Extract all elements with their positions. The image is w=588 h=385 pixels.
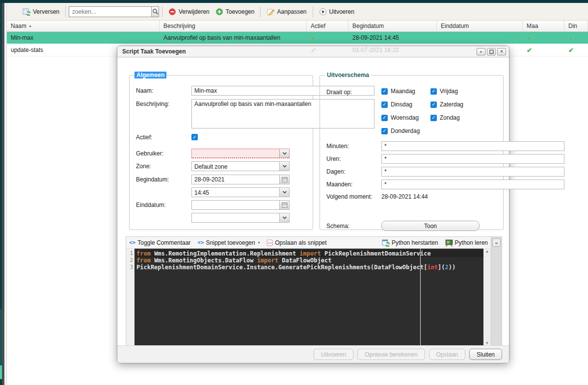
user-combobox[interactable] xyxy=(191,149,290,158)
minutes-field[interactable] xyxy=(381,141,564,151)
restart-python-button[interactable]: Python herstarten xyxy=(382,239,438,247)
day-checkbox-zondag[interactable]: ✓Zondag xyxy=(430,114,463,122)
enddate-input[interactable] xyxy=(192,201,279,209)
runs-on-label: Draait op: xyxy=(326,89,352,96)
endtime-dropdown-button[interactable] xyxy=(279,213,289,222)
pencil-icon xyxy=(267,8,274,16)
hours-label: Uren: xyxy=(326,155,341,162)
toggle-comment-button[interactable]: <> Toggle Commentaar xyxy=(129,239,190,246)
dialog-close-button[interactable]: Sluiten xyxy=(469,349,502,360)
window-collapse-button[interactable]: ▲ xyxy=(477,48,485,55)
python-restart-icon xyxy=(382,239,390,247)
day-checkbox-dinsdag[interactable]: ✓Dinsdag xyxy=(381,101,420,108)
startdate-calendar-button[interactable] xyxy=(279,175,289,184)
delete-icon xyxy=(168,8,176,16)
checkbox-icon[interactable]: ✓ xyxy=(430,115,437,121)
add-snippet-button[interactable]: <> Snippet toevoegen ▾ xyxy=(197,239,260,246)
window-close-button[interactable]: ✕ xyxy=(497,48,506,55)
column-header-naam[interactable]: Naam▲ xyxy=(7,21,160,31)
dialog-title-bar[interactable]: Script Taak Toevoegen ▲ ✕ xyxy=(117,46,509,57)
cell-description: Aanvulprofiel op basis van min-maxaantal… xyxy=(160,32,307,44)
cell-maa: ✔ xyxy=(523,44,564,56)
vertical-scrollbar[interactable]: ▲ ▼ xyxy=(483,249,491,346)
enddate-field[interactable] xyxy=(191,200,290,210)
refresh-button[interactable]: Verversen xyxy=(20,6,62,17)
enddate-calendar-button[interactable] xyxy=(279,201,289,209)
chevron-down-icon xyxy=(282,152,287,155)
column-header-actief[interactable]: Actief xyxy=(307,21,348,31)
scroll-up-icon[interactable]: ▲ xyxy=(485,250,489,254)
day-checkbox-donderdag[interactable]: ✓Donderdag xyxy=(381,127,420,135)
column-header-din[interactable]: Din xyxy=(564,21,588,31)
startdate-field[interactable] xyxy=(191,175,290,184)
months-field[interactable] xyxy=(381,180,564,189)
checkbox-icon[interactable]: ✓ xyxy=(381,115,388,121)
code-area[interactable]: from Wms.RemotingImplementation.Replenis… xyxy=(134,249,483,346)
minutes-label: Minuten: xyxy=(326,143,349,150)
startdate-input[interactable] xyxy=(192,175,279,184)
zone-combobox[interactable]: Default zone xyxy=(191,161,290,171)
line-number: 2 xyxy=(126,257,133,264)
dialog-body: Algemeen Naam: Beschrijving: Aanvulprofi… xyxy=(117,57,509,363)
side-collapse-panel: « xyxy=(491,237,502,354)
group-general: Algemeen Naam: Beschrijving: Aanvulprofi… xyxy=(129,75,313,230)
save-snippet-button[interactable]: <> Opslaan als snippet xyxy=(267,239,326,246)
active-checkbox[interactable]: ✓ xyxy=(191,134,198,140)
scroll-down-icon[interactable]: ▼ xyxy=(485,341,489,345)
column-header-beschrijving[interactable]: Beschrijving xyxy=(160,21,307,31)
cell-active: ✔ xyxy=(307,32,348,44)
hours-field[interactable] xyxy=(381,154,564,164)
day-checkbox-vrijdag[interactable]: ✓Vrijdag xyxy=(430,87,463,95)
checkbox-icon[interactable]: ✓ xyxy=(430,102,437,108)
delete-label: Verwijderen xyxy=(179,8,210,15)
zone-dropdown-button[interactable] xyxy=(279,162,289,171)
zone-label: Zone: xyxy=(136,163,151,170)
checkbox-icon[interactable]: ✓ xyxy=(381,88,388,95)
edit-button[interactable]: Aanpassen xyxy=(264,6,309,17)
day-label: Donderdag xyxy=(391,128,420,134)
enddate-label: Einddatum: xyxy=(136,202,166,208)
days-field[interactable] xyxy=(381,167,564,177)
check-icon: ✔ xyxy=(527,47,532,54)
user-dropdown-button[interactable] xyxy=(279,149,289,157)
checkbox-icon[interactable]: ✓ xyxy=(381,102,388,108)
search-button[interactable] xyxy=(151,7,159,17)
code-brackets-icon: <> xyxy=(197,239,204,246)
zone-value: Default zone xyxy=(192,162,279,171)
column-header-maa[interactable]: Maa xyxy=(523,21,564,31)
day-checkbox-maandag[interactable]: ✓Maandag xyxy=(381,87,420,95)
collapse-chevrons-icon: « xyxy=(495,240,498,246)
add-button[interactable]: Toevoegen xyxy=(213,6,258,17)
search-icon xyxy=(152,8,159,15)
learn-python-button[interactable]: Python leren xyxy=(445,239,488,247)
line-number-gutter: 123 xyxy=(126,249,134,346)
code-line: from Wms.RemotingObjects.DataFlow import… xyxy=(136,257,483,264)
delete-button[interactable]: Verwijderen xyxy=(165,6,213,17)
description-label: Beschrijving: xyxy=(136,101,169,107)
code-brackets-icon: <> xyxy=(129,239,135,246)
search-input[interactable] xyxy=(69,7,151,17)
column-header-begindatum[interactable]: Begindatum xyxy=(348,21,437,31)
caret-down-icon: ▾ xyxy=(258,241,260,245)
dialog-recalculate-button[interactable]: Opnieuw berekenen xyxy=(357,349,425,360)
main-toolbar: Verversen Verwijderen Toevoegen Aanpasse… xyxy=(7,3,588,21)
starttime-combobox[interactable]: 14:45 xyxy=(191,187,290,197)
dialog-save-button[interactable]: Opslaan xyxy=(429,349,466,360)
collapse-panel-button[interactable]: « xyxy=(492,238,501,247)
day-checkbox-woensdag[interactable]: ✓Woensdag xyxy=(381,114,420,122)
show-schema-button[interactable]: Toon xyxy=(381,221,480,231)
starttime-dropdown-button[interactable] xyxy=(279,188,289,197)
day-label: Vrijdag xyxy=(440,88,458,95)
window-maximize-button[interactable] xyxy=(487,48,496,55)
add-label: Toevoegen xyxy=(226,8,255,15)
run-button[interactable]: Uitvoeren xyxy=(316,6,357,17)
check-icon: ✔ xyxy=(568,47,574,54)
checkbox-icon[interactable]: ✓ xyxy=(381,128,388,134)
dialog-run-button[interactable]: Uitvoeren xyxy=(314,349,353,360)
cell-end xyxy=(437,32,523,44)
endtime-combobox[interactable] xyxy=(191,213,290,223)
checkbox-icon[interactable]: ✓ xyxy=(430,88,437,95)
day-checkbox-zaterdag[interactable]: ✓Zaterdag xyxy=(430,101,463,108)
column-header-einddatum[interactable]: Einddatum xyxy=(437,21,523,31)
table-row[interactable]: Min-maxAanvulprofiel op basis van min-ma… xyxy=(7,32,588,44)
